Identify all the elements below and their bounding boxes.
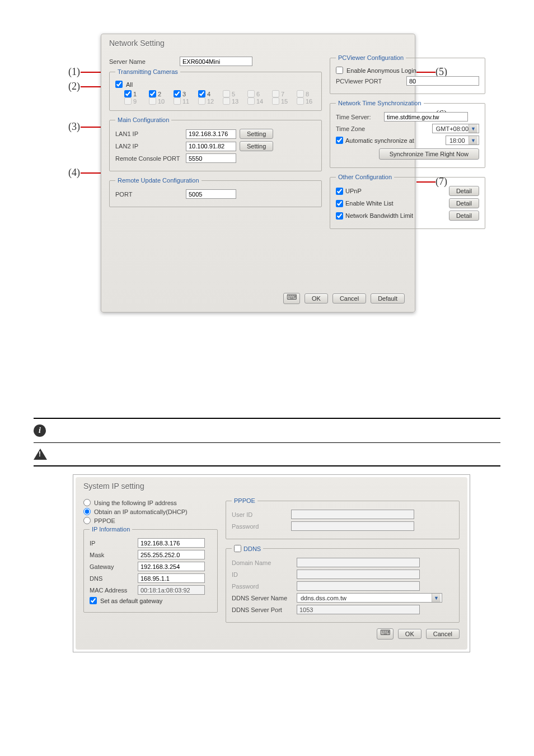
lan1-setting-button[interactable]: Setting xyxy=(240,129,273,139)
whitelist-detail-button[interactable]: Detail xyxy=(449,198,479,208)
bandwidth-label: Network Bandwidth Limit xyxy=(345,212,413,219)
ok-button[interactable]: OK xyxy=(398,629,421,639)
pppoe-pass-label: Password xyxy=(232,523,288,530)
keyboard-icon[interactable] xyxy=(377,628,394,640)
dialog-title: Network Setting xyxy=(101,34,415,54)
callout-line xyxy=(81,127,102,128)
radio-pppoe[interactable]: PPPOE xyxy=(83,517,218,524)
pppoe-user-input xyxy=(291,510,414,519)
enable-anon-login[interactable]: Enable Anonymous Login xyxy=(336,67,479,74)
cam-10: 10 xyxy=(149,97,168,105)
ddns-id-label: ID xyxy=(232,571,293,578)
radio-static-ip[interactable]: Using the following IP address xyxy=(83,499,218,506)
cancel-button[interactable]: Cancel xyxy=(426,629,460,639)
cam-9: 9 xyxy=(124,97,143,105)
chevron-down-icon: ▼ xyxy=(432,594,441,602)
time-server-input[interactable] xyxy=(384,112,468,122)
ok-button[interactable]: OK xyxy=(305,293,328,304)
cam-15: 15 xyxy=(272,97,291,105)
ddns-server-select[interactable]: ddns.dss.com.tw▼ xyxy=(297,593,442,603)
upnp-checkbox[interactable]: UPnP xyxy=(336,188,446,195)
ddns-server-label: DDNS Server Name xyxy=(232,595,293,601)
ddns-pass-label: Password xyxy=(232,583,293,590)
server-name-input[interactable] xyxy=(180,57,252,66)
auto-sync-time-select[interactable]: 18:00▼ xyxy=(446,136,479,145)
lan2-setting-button[interactable]: Setting xyxy=(240,141,273,151)
cam-4[interactable]: 4 xyxy=(198,90,217,97)
whitelist-label: Enable White List xyxy=(345,200,394,207)
mac-label: MAC Address xyxy=(90,587,134,594)
fieldset-legend: IP Information xyxy=(90,526,132,533)
keyboard-icon[interactable] xyxy=(283,293,300,304)
cam-label: 14 xyxy=(256,98,263,105)
fieldset-legend: Main Configuration xyxy=(115,116,171,123)
mac-input xyxy=(138,585,205,595)
ddns-domain-input xyxy=(297,558,420,567)
mask-input[interactable] xyxy=(138,550,205,559)
callout-2: (2) xyxy=(68,81,80,92)
main-config-fieldset: Main Configuration LAN1 IP Setting LAN2 … xyxy=(109,116,322,171)
time-zone-value: GMT+08:00 xyxy=(436,125,469,132)
cam-5: 5 xyxy=(223,90,242,97)
cancel-button[interactable]: Cancel xyxy=(332,293,366,304)
pcviewer-port-label: PCViewer PORT xyxy=(336,78,403,85)
dns-input[interactable] xyxy=(138,573,205,583)
cam-label: 5 xyxy=(232,91,235,97)
cam-1[interactable]: 1 xyxy=(124,90,143,97)
radio-dhcp[interactable]: Obtain an IP automatically(DHCP) xyxy=(83,508,218,515)
remote-update-fieldset: Remote Update Configuration PORT xyxy=(109,177,322,207)
fieldset-legend: Network Time Synchronization xyxy=(336,100,424,106)
fieldset-legend: PCViewer Configuration xyxy=(336,54,406,61)
upnp-label: UPnP xyxy=(345,188,362,194)
remote-console-port-input[interactable] xyxy=(186,153,236,163)
pcviewer-port-input[interactable] xyxy=(406,76,479,86)
sync-now-button[interactable]: Synchronize Time Right Now xyxy=(379,148,479,160)
auto-sync[interactable]: Automatic synchronize at xyxy=(336,137,414,144)
cam-label: 11 xyxy=(182,98,189,105)
cam-label: 15 xyxy=(281,98,288,105)
callout-1: (1) xyxy=(68,66,80,78)
cam-2[interactable]: 2 xyxy=(149,90,168,97)
ddns-domain-label: Domain Name xyxy=(232,559,293,566)
anon-login-label: Enable Anonymous Login xyxy=(346,67,416,74)
lan2-ip-label: LAN2 IP xyxy=(115,143,182,150)
callout-3: (3) xyxy=(68,121,80,133)
default-gateway-checkbox[interactable]: Set as default gateway xyxy=(90,597,212,604)
cam-label: 1 xyxy=(133,91,137,97)
callout-line xyxy=(81,172,102,174)
ip-input[interactable] xyxy=(138,538,205,548)
cam-3[interactable]: 3 xyxy=(174,90,193,97)
warning-icon xyxy=(34,449,47,460)
cam-all[interactable]: All xyxy=(115,81,316,88)
info-icon: i xyxy=(34,424,46,437)
callout-line xyxy=(81,86,102,87)
callout-line xyxy=(81,72,102,73)
ddns-pass-input xyxy=(297,581,420,591)
remote-update-port-input[interactable] xyxy=(186,189,236,199)
whitelist-checkbox[interactable]: Enable White List xyxy=(336,200,446,207)
dns-label: DNS xyxy=(90,575,134,582)
ddns-enable-checkbox[interactable] xyxy=(234,545,241,552)
chevron-down-icon: ▼ xyxy=(469,124,477,133)
upnp-detail-button[interactable]: Detail xyxy=(449,186,479,196)
cam-label: 3 xyxy=(182,91,186,97)
cam-16: 16 xyxy=(297,97,316,105)
time-zone-label: Time Zone xyxy=(336,125,381,132)
callout-4: (4) xyxy=(68,167,80,179)
default-button[interactable]: Default xyxy=(371,293,405,304)
ddns-id-input xyxy=(297,570,420,579)
auto-sync-time-value: 18:00 xyxy=(449,137,465,144)
system-ip-dialog: System IP setting Using the following IP… xyxy=(76,477,467,650)
time-zone-select[interactable]: GMT+08:00▼ xyxy=(432,124,479,133)
bandwidth-checkbox[interactable]: Network Bandwidth Limit xyxy=(336,212,446,220)
fieldset-legend: Transmitting Cameras xyxy=(115,68,180,75)
cam-label: 6 xyxy=(256,91,260,97)
cam-label: 8 xyxy=(306,91,309,97)
cam-label: 10 xyxy=(158,98,165,105)
bandwidth-detail-button[interactable]: Detail xyxy=(449,211,479,221)
lan1-ip-input[interactable] xyxy=(186,129,236,139)
lan2-ip-input[interactable] xyxy=(186,142,236,151)
gateway-input[interactable] xyxy=(138,562,205,571)
cam-label: 9 xyxy=(133,98,137,105)
mask-label: Mask xyxy=(90,552,134,558)
